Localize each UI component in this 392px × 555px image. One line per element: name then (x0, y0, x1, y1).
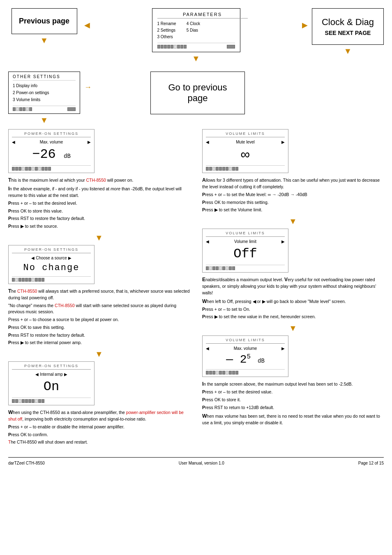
arrow-left-icon: ◀ (12, 140, 15, 144)
params-seg-right (227, 45, 235, 49)
power-on-screen-2-title: POWER-ON SETTINGS (12, 247, 91, 253)
previous-page-label: Previous page (19, 17, 69, 25)
other-settings-bottom (13, 106, 76, 111)
power-on-screen-2: POWER-ON SETTINGS ◀ Choose a source ▶ No… (8, 245, 95, 284)
arrow-right-clock: ▶ (302, 8, 308, 30)
params-seg-left (157, 45, 187, 49)
power-on-screen-3-title: POWER-ON SETTINGS (12, 364, 91, 370)
arrow-right-go-previous: → (84, 72, 92, 92)
power-on-screen-1-value: −26 dB (12, 145, 91, 164)
volume-limits-screen-3: VOLUME LIMITS ◀ Max. volume ▶ — 25 dB (202, 335, 288, 377)
arrow-down-center-params: ▼ (192, 54, 200, 63)
volume-limits-screen-1-segs (206, 165, 285, 171)
footer: darTZeel CTH-8550 User Manual, version 1… (8, 457, 384, 465)
vol-label-1: Mute level (236, 140, 255, 144)
clock-diag-box: Clock & Diag SEE NEXT PAGE (312, 8, 384, 45)
clock-diag-title1: Clock & Diag (318, 17, 377, 28)
power-on-screen-1-row: ◀ Max. volume ▶ (12, 139, 91, 145)
power-on-screen-2-segs (12, 276, 91, 282)
go-previous-label: Go to previous page (168, 82, 227, 103)
volume-limits-screen-2-title: VOLUME LIMITS (206, 231, 285, 237)
right-column: VOLUME LIMITS ◀ Mute level ▶ ∞ (202, 129, 384, 449)
vol-label-2: Volume limit (234, 239, 256, 244)
vol-arrow-left-3: ◀ (206, 346, 209, 351)
arrow-down-left: ▼ (40, 36, 48, 45)
power-on-screen-3-segs (12, 398, 91, 403)
params-col1: 1 Rename 2 Settings 3 Others (157, 21, 176, 40)
params-bottom-bar (157, 43, 235, 49)
power-on-screen-3-value: On (12, 377, 91, 396)
page-container: Previous page ▼ ◀ PARAMETERS 1 Rename 2 … (8, 8, 384, 465)
power-on-screen-1: POWER-ON SETTINGS ◀ Max. volume ▶ −26 dB (8, 129, 95, 173)
arrow-down-other-settings: ▼ (40, 116, 48, 125)
power-on-screen-3: POWER-ON SETTINGS ◀ Internal amp ▶ On (8, 361, 95, 405)
footer-center: User Manual, version 1.0 (179, 461, 224, 465)
footer-left: darTZeel CTH-8550 (8, 461, 45, 465)
params-item-5: 5 Dias (187, 27, 200, 34)
vol-arrow-right-1: ▶ (281, 140, 285, 144)
params-col2: 4 Clock 5 Dias (187, 21, 200, 40)
arrow-down-2: ▼ (8, 233, 190, 243)
power-on-screen-1-label: Max. volume (40, 140, 63, 144)
volume-limits-screen-2-value: Off (206, 245, 285, 263)
vol-label-3: Max. volume (234, 346, 257, 351)
arrow-left-params: ◀ (84, 8, 90, 30)
arrow-down-3: ▼ (8, 349, 190, 359)
volume-limits-screen-1-title: VOLUME LIMITS (206, 132, 285, 137)
volume-limits-desc-3: In the sample screen above, the maximum … (202, 380, 384, 426)
other-settings-box: OTHER SETTINGS 1 Display info 2 Power-on… (8, 72, 80, 114)
params-title: PARAMETERS (157, 12, 248, 18)
params-item-3: 3 Others (157, 34, 176, 40)
clock-diag-title2: SEE NEXT PAGE (318, 30, 377, 36)
volume-limits-screen-3-value: — 25 dB (206, 352, 285, 368)
volume-limits-screen-1: VOLUME LIMITS ◀ Mute level ▶ ∞ (202, 129, 288, 173)
power-on-screen-3-row: ◀ Internal amp ▶ (12, 371, 91, 377)
power-on-desc-1: This is the maximum level at which your … (8, 176, 190, 230)
power-on-screen-1-segs (12, 165, 91, 171)
previous-page-box: Previous page (12, 8, 77, 34)
params-item-1: 1 Rename (157, 21, 176, 27)
go-previous-box: Go to previous page (150, 72, 245, 114)
power-on-screen-1-title: POWER-ON SETTINGS (12, 132, 91, 137)
vol-arrow-left-1: ◀ (206, 140, 209, 144)
other-settings-items: 1 Display info 2 Power-on settings 3 Vol… (13, 82, 76, 103)
params-box: PARAMETERS 1 Rename 2 Settings 3 Others … (152, 8, 240, 52)
left-column: POWER-ON SETTINGS ◀ Max. volume ▶ −26 dB (8, 129, 190, 449)
volume-limits-screen-1-value: ∞ (206, 145, 285, 164)
other-settings-item-3: 3 Volume limits (13, 96, 76, 103)
volume-limits-screen-3-segs (206, 369, 285, 375)
other-settings-item-1: 1 Display info (13, 82, 76, 89)
main-content: POWER-ON SETTINGS ◀ Max. volume ▶ −26 dB (8, 129, 384, 449)
other-settings-item-2: 2 Power-on settings (13, 89, 76, 96)
volume-limits-screen-2: VOLUME LIMITS ◀ Volume limit ▶ Off (202, 229, 288, 273)
power-on-desc-3: When using the CTH-8550 as a stand-alone… (8, 409, 190, 446)
arrow-down-right: ▼ (344, 46, 352, 56)
power-on-desc-2: The CTH-8550 will always start with a pr… (8, 287, 190, 346)
volume-limits-screen-2-row: ◀ Volume limit ▶ (206, 238, 285, 245)
volume-limits-desc-1: Allows for 3 different types of attenuat… (202, 176, 384, 213)
vol-arrow-left-2: ◀ (206, 239, 209, 244)
other-settings-seg (13, 107, 32, 111)
arrow-right-icon: ▶ (88, 140, 91, 144)
params-item-4: 4 Clock (187, 21, 200, 27)
vol-arrow-right-3: ▶ (281, 346, 285, 351)
footer-right: Page 12 of 15 (358, 461, 384, 465)
volume-limits-desc-2: Enables/disables a maximum output level.… (202, 276, 384, 320)
params-item-2: 2 Settings (157, 27, 176, 34)
arrow-down-vol-2: ▼ (202, 217, 384, 226)
power-on-screen-2-row: ◀ Choose a source ▶ (12, 255, 91, 261)
volume-limits-screen-3-row: ◀ Max. volume ▶ (206, 345, 285, 352)
volume-limits-screen-2-segs (206, 265, 285, 270)
other-settings-title: OTHER SETTINGS (13, 74, 76, 81)
volume-limits-screen-3-title: VOLUME LIMITS (206, 338, 285, 344)
arrow-down-vol-3: ▼ (202, 324, 384, 333)
volume-limits-screen-1-row: ◀ Mute level ▶ (206, 139, 285, 145)
power-on-screen-2-value: No change (12, 261, 91, 275)
vol-arrow-right-2: ▶ (281, 239, 285, 244)
